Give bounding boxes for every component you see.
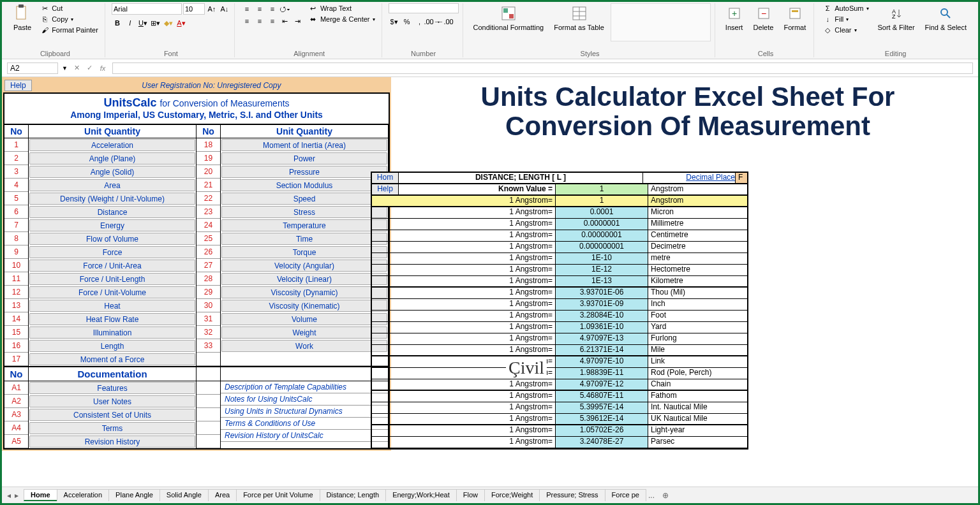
underline-button[interactable]: U▾ bbox=[137, 17, 149, 29]
align-left-icon[interactable]: ≡ bbox=[241, 15, 253, 27]
doc-button[interactable]: User Notes bbox=[29, 395, 195, 407]
align-bottom-icon[interactable]: ≡ bbox=[267, 3, 278, 15]
border-button[interactable]: ⊞▾ bbox=[150, 17, 161, 29]
unit-button[interactable]: Volume bbox=[221, 313, 387, 325]
unit-button[interactable]: Length bbox=[29, 340, 195, 352]
sort-filter-button[interactable]: AZSort & Filter bbox=[874, 3, 919, 33]
help-button[interactable]: Help bbox=[4, 80, 32, 91]
doc-button[interactable]: Terms bbox=[29, 422, 195, 434]
unit-button[interactable]: Velocity (Linear) bbox=[221, 273, 387, 285]
sheet-tab[interactable]: Force;Weight bbox=[484, 489, 540, 501]
sheet-tab[interactable]: Force pe bbox=[605, 489, 646, 501]
cut-button[interactable]: ✂Cut bbox=[38, 3, 101, 13]
sheet-nav-last-icon[interactable]: ▸ bbox=[15, 491, 19, 500]
currency-icon[interactable]: $▾ bbox=[389, 16, 400, 27]
font-color-button[interactable]: A▾ bbox=[175, 17, 187, 29]
sheet-tab[interactable]: Energy;Work;Heat bbox=[385, 489, 457, 501]
fill-button[interactable]: ↓Fill▾ bbox=[820, 14, 871, 24]
bold-button[interactable]: B bbox=[112, 17, 123, 29]
sheet-tab[interactable]: Plane Angle bbox=[108, 489, 160, 501]
unit-button[interactable]: Temperature bbox=[221, 219, 387, 231]
unit-button[interactable]: Force / Unit-Length bbox=[29, 273, 195, 285]
unit-button[interactable]: Weight bbox=[221, 326, 387, 339]
sheet-tab[interactable]: Pressure; Stress bbox=[539, 489, 605, 501]
align-center-icon[interactable]: ≡ bbox=[254, 15, 265, 27]
unit-button[interactable]: Stress bbox=[221, 206, 387, 218]
delete-button[interactable]: −Delete bbox=[750, 3, 778, 33]
unit-button[interactable]: Velocity (Angular) bbox=[221, 260, 387, 272]
sheet-nav-first-icon[interactable]: ◂ bbox=[7, 491, 11, 500]
unit-button[interactable]: Work bbox=[221, 340, 387, 352]
unit-button[interactable]: Heat bbox=[29, 300, 195, 312]
sheet-tab[interactable]: Flow bbox=[456, 489, 485, 501]
percent-icon[interactable]: % bbox=[401, 16, 413, 27]
format-button[interactable]: Format bbox=[780, 3, 810, 33]
align-top-icon[interactable]: ≡ bbox=[241, 3, 253, 15]
fill-color-button[interactable]: ◆▾ bbox=[163, 17, 174, 29]
unit-button[interactable]: Speed bbox=[221, 193, 387, 205]
orientation-icon[interactable]: ⭯▾ bbox=[279, 3, 291, 15]
sheet-tab[interactable]: Home bbox=[24, 489, 57, 501]
unit-button[interactable]: Moment of Inertia (Area) bbox=[221, 139, 387, 151]
accept-formula-icon[interactable]: ✓ bbox=[84, 62, 96, 74]
font-size-input[interactable] bbox=[183, 3, 205, 15]
unit-button[interactable]: Heat Flow Rate bbox=[29, 313, 195, 325]
known-value-cell[interactable]: 1 bbox=[556, 184, 648, 194]
indent-increase-icon[interactable]: ⇥ bbox=[292, 15, 304, 27]
indent-decrease-icon[interactable]: ⇤ bbox=[279, 15, 291, 27]
paste-button[interactable]: Paste bbox=[10, 3, 35, 33]
decrease-decimal-icon[interactable]: ←.00 bbox=[440, 16, 451, 27]
format-as-table-button[interactable]: Format as Table bbox=[550, 3, 608, 33]
fx-icon[interactable]: fx bbox=[97, 62, 108, 74]
unit-button[interactable]: Force / Unit-Volume bbox=[29, 286, 195, 298]
unit-button[interactable]: Force / Unit-Area bbox=[29, 260, 195, 272]
unit-button[interactable]: Viscosity (Kinematic) bbox=[221, 300, 387, 312]
unit-button[interactable]: Time bbox=[221, 233, 387, 245]
sheet-tab[interactable]: Area bbox=[208, 489, 237, 501]
unit-button[interactable]: Illumination bbox=[29, 326, 195, 339]
wrap-text-button[interactable]: ↩Wrap Text bbox=[306, 3, 378, 13]
home-link[interactable]: Hom bbox=[372, 173, 399, 183]
doc-button[interactable]: Consistent Set of Units bbox=[29, 409, 195, 421]
align-middle-icon[interactable]: ≡ bbox=[254, 3, 265, 15]
name-box[interactable] bbox=[7, 62, 58, 74]
find-select-button[interactable]: Find & Select bbox=[921, 3, 970, 33]
merge-center-button[interactable]: ⬌Merge & Center▾ bbox=[306, 14, 378, 24]
unit-button[interactable]: Angle (Solid) bbox=[29, 166, 195, 178]
unit-button[interactable]: Distance bbox=[29, 206, 195, 218]
doc-button[interactable]: Revision History bbox=[29, 435, 195, 448]
unit-button[interactable]: Area bbox=[29, 179, 195, 191]
add-sheet-button[interactable]: ⊕ bbox=[657, 490, 674, 501]
unit-button[interactable]: Power bbox=[221, 152, 387, 165]
unit-button[interactable]: Pressure bbox=[221, 166, 387, 178]
decimal-place-link[interactable]: Decimal Place bbox=[643, 173, 736, 183]
unit-button[interactable]: Moment of a Force bbox=[29, 353, 195, 365]
increase-font-icon[interactable]: A↑ bbox=[206, 3, 218, 15]
italic-button[interactable]: I bbox=[124, 17, 136, 29]
font-name-input[interactable] bbox=[112, 3, 182, 15]
number-format-input[interactable] bbox=[389, 3, 459, 13]
cancel-formula-icon[interactable]: ✕ bbox=[71, 62, 83, 74]
align-right-icon[interactable]: ≡ bbox=[267, 15, 278, 27]
conditional-formatting-button[interactable]: Conditional Formatting bbox=[470, 3, 548, 33]
formula-bar[interactable] bbox=[112, 62, 973, 74]
unit-button[interactable]: Energy bbox=[29, 219, 195, 231]
unit-button[interactable]: Torque bbox=[221, 246, 387, 258]
unit-button[interactable]: Density (Weight / Unit-Volume) bbox=[29, 193, 195, 205]
autosum-button[interactable]: ΣAutoSum▾ bbox=[820, 3, 871, 13]
copy-button[interactable]: ⎘Copy▾ bbox=[38, 14, 101, 24]
format-painter-button[interactable]: 🖌Format Painter bbox=[38, 25, 101, 35]
doc-button[interactable]: Features bbox=[29, 382, 195, 394]
sheet-tab[interactable]: Acceleration bbox=[57, 489, 110, 501]
unit-button[interactable]: Viscosity (Dynamic) bbox=[221, 286, 387, 298]
clear-button[interactable]: ◇Clear▾ bbox=[820, 25, 871, 35]
unit-button[interactable]: Angle (Plane) bbox=[29, 152, 195, 165]
unit-button[interactable]: Acceleration bbox=[29, 139, 195, 151]
help-link[interactable]: Help bbox=[372, 184, 399, 194]
unit-button[interactable]: Flow of Volume bbox=[29, 233, 195, 245]
style-gallery[interactable] bbox=[611, 3, 711, 41]
unit-button[interactable]: Section Modulus bbox=[221, 179, 387, 191]
sheet-tab[interactable]: Force per Unit Volume bbox=[236, 489, 320, 501]
insert-button[interactable]: +Insert bbox=[722, 3, 747, 33]
decrease-font-icon[interactable]: A↓ bbox=[219, 3, 230, 15]
